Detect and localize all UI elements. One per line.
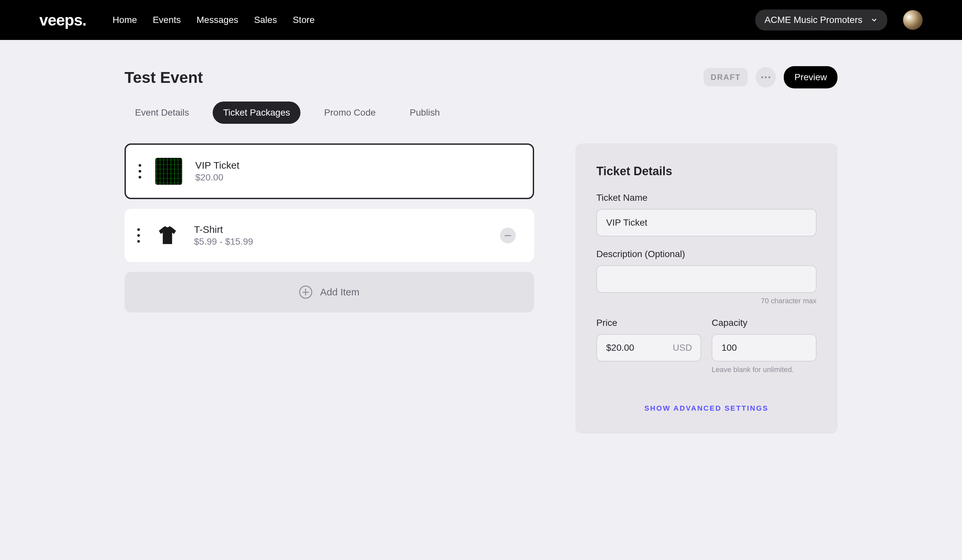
package-card-tshirt[interactable]: T-Shirt $5.99 - $15.99 bbox=[124, 209, 534, 262]
price-currency: USD bbox=[673, 343, 692, 353]
avatar[interactable] bbox=[903, 10, 923, 30]
tab-publish[interactable]: Publish bbox=[399, 101, 450, 124]
drag-handle-icon[interactable] bbox=[134, 228, 144, 243]
field-ticket-name: Ticket Name bbox=[596, 193, 817, 237]
ticket-name-input[interactable] bbox=[596, 209, 817, 237]
capacity-hint: Leave blank for unlimited. bbox=[712, 365, 817, 374]
org-name: ACME Music Promoters bbox=[764, 15, 862, 25]
header-right: ACME Music Promoters bbox=[755, 10, 923, 31]
nav-store[interactable]: Store bbox=[292, 15, 315, 25]
package-name: VIP Ticket bbox=[195, 160, 515, 171]
draft-badge: DRAFT bbox=[704, 68, 748, 87]
tab-event-details[interactable]: Event Details bbox=[124, 101, 200, 124]
field-capacity: Capacity Leave blank for unlimited. bbox=[712, 318, 817, 374]
advanced-settings-link[interactable]: SHOW ADVANCED SETTINGS bbox=[596, 404, 817, 413]
remove-button[interactable] bbox=[500, 228, 516, 243]
add-item-button[interactable]: Add Item bbox=[124, 272, 534, 312]
description-hint: 70 character max bbox=[596, 297, 817, 305]
drag-handle-icon[interactable] bbox=[135, 164, 145, 179]
page-actions: DRAFT Preview bbox=[704, 66, 838, 89]
nav-sales[interactable]: Sales bbox=[254, 15, 277, 25]
nav-messages[interactable]: Messages bbox=[197, 15, 239, 25]
package-info: VIP Ticket $20.00 bbox=[195, 160, 515, 183]
nav-home[interactable]: Home bbox=[112, 15, 137, 25]
package-thumbnail bbox=[154, 222, 181, 249]
package-info: T-Shirt $5.99 - $15.99 bbox=[194, 224, 500, 247]
nav: Home Events Messages Sales Store bbox=[112, 15, 755, 25]
field-price: Price USD bbox=[596, 318, 701, 374]
tab-promo-code[interactable]: Promo Code bbox=[313, 101, 386, 124]
header: veeps. Home Events Messages Sales Store … bbox=[0, 0, 962, 40]
package-thumbnail bbox=[155, 158, 182, 185]
package-price: $5.99 - $15.99 bbox=[194, 237, 500, 247]
main-content: VIP Ticket $20.00 T-Shirt $5.99 - $15.99 bbox=[124, 143, 838, 434]
price-label: Price bbox=[596, 318, 701, 328]
preview-button[interactable]: Preview bbox=[784, 66, 838, 89]
details-panel: Ticket Details Ticket Name Description (… bbox=[575, 143, 838, 434]
field-description: Description (Optional) 70 character max bbox=[596, 249, 817, 305]
add-item-label: Add Item bbox=[320, 286, 360, 298]
packages-list: VIP Ticket $20.00 T-Shirt $5.99 - $15.99 bbox=[124, 143, 534, 434]
field-row-price-capacity: Price USD Capacity Leave blank for unlim… bbox=[596, 318, 817, 386]
tabs: Event Details Ticket Packages Promo Code… bbox=[124, 101, 838, 124]
content: Test Event DRAFT Preview Event Details T… bbox=[0, 40, 962, 460]
chevron-down-icon bbox=[870, 16, 878, 24]
logo[interactable]: veeps. bbox=[39, 11, 86, 29]
package-price: $20.00 bbox=[195, 172, 515, 183]
nav-events[interactable]: Events bbox=[153, 15, 181, 25]
tshirt-icon bbox=[155, 223, 180, 248]
page-header: Test Event DRAFT Preview bbox=[124, 66, 838, 89]
more-button[interactable] bbox=[755, 67, 776, 87]
tab-ticket-packages[interactable]: Ticket Packages bbox=[213, 101, 300, 124]
ticket-name-label: Ticket Name bbox=[596, 193, 817, 203]
plus-circle-icon bbox=[299, 286, 312, 299]
package-name: T-Shirt bbox=[194, 224, 500, 235]
package-card-vip[interactable]: VIP Ticket $20.00 bbox=[124, 143, 534, 199]
description-label: Description (Optional) bbox=[596, 249, 817, 259]
dots-icon bbox=[761, 76, 770, 78]
org-selector[interactable]: ACME Music Promoters bbox=[755, 10, 887, 31]
details-title: Ticket Details bbox=[596, 164, 817, 178]
capacity-label: Capacity bbox=[712, 318, 817, 328]
description-input[interactable] bbox=[596, 265, 817, 293]
page-title: Test Event bbox=[124, 68, 203, 87]
capacity-input[interactable] bbox=[712, 334, 817, 362]
